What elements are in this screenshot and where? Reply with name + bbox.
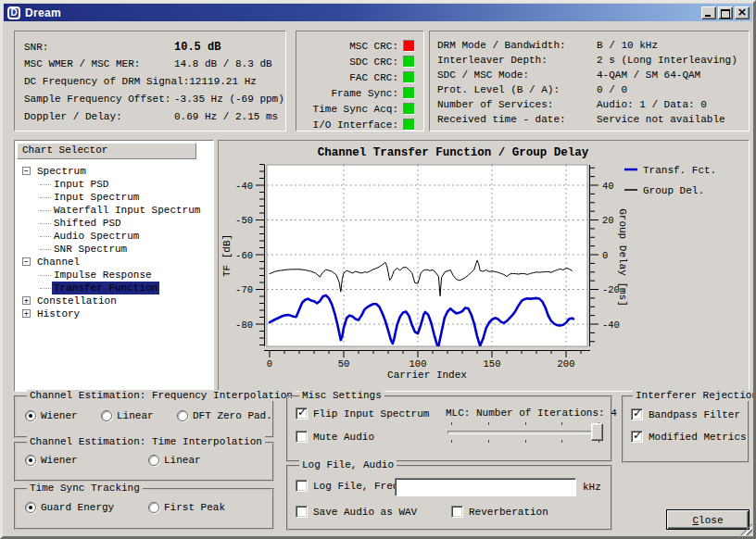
log-frequency-input[interactable]	[395, 478, 576, 496]
checkbox-reverberation[interactable]: Reverberation	[451, 506, 548, 518]
checkbox-icon[interactable]	[451, 506, 463, 518]
tree-item-input-psd[interactable]: Input PSD	[15, 178, 213, 191]
measurement-label: SNR:	[24, 42, 174, 53]
tree-item-snr-spectrum[interactable]: SNR Spectrum	[15, 243, 213, 256]
status-led-red	[403, 40, 415, 52]
measurement-row: MSC WMER / MSC MER:14.8 dB / 8.3 dB	[15, 56, 285, 74]
measurement-row: Sample Frequency Offset:-3.35 Hz (-69 pp…	[15, 92, 285, 109]
svg-text:Group Delay [ms]: Group Delay [ms]	[617, 208, 628, 307]
checkbox-icon[interactable]	[296, 506, 308, 518]
checkbox-flip-input-spectrum[interactable]: Flip Input Spectrum	[296, 407, 429, 420]
mode-info-row: SDC / MSC Mode:4-QAM / SM 64-QAM	[430, 69, 749, 84]
maximize-button[interactable]	[718, 6, 733, 19]
title-bar[interactable]: D Dream	[4, 4, 752, 21]
checkbox-label: Save Audio as WAV	[313, 507, 417, 518]
svg-text:Transf. Fct.: Transf. Fct.	[643, 165, 716, 176]
expand-icon[interactable]: +	[22, 296, 31, 305]
tree-item-waterfall-input-spectrum[interactable]: Waterfall Input Spectrum	[15, 204, 213, 217]
tree-item-impulse-response[interactable]: Impulse Response	[15, 269, 213, 282]
tree-item-label: SNR Spectrum	[52, 243, 129, 256]
radio-button-icon[interactable]	[101, 410, 112, 421]
radio-button-icon[interactable]	[25, 502, 36, 513]
radio-first-peak[interactable]: First Peak	[148, 502, 225, 513]
group-title: Time Sync Tracking	[27, 483, 143, 494]
tree-item-audio-spectrum[interactable]: Audio Spectrum	[15, 230, 213, 243]
mode-info-row: DRM Mode / Bandwidth:B / 10 kHz	[430, 40, 749, 55]
status-label: I/O Interface:	[313, 119, 398, 131]
tree-item-constellation[interactable]: +Constellation	[15, 295, 213, 307]
mode-info-label: Prot. Level (B / A):	[437, 84, 597, 95]
app-icon: D	[7, 6, 20, 19]
radio-button-icon[interactable]	[25, 410, 36, 421]
radio-dft-zero-pad-[interactable]: DFT Zero Pad.	[177, 410, 272, 421]
checkbox-icon[interactable]	[631, 408, 643, 420]
radio-guard-energy[interactable]: Guard Energy	[25, 502, 114, 513]
mode-info-row: Number of Services:Audio: 1 / Data: 0	[430, 99, 749, 114]
checkbox-save-audio-as-wav[interactable]: Save Audio as WAV	[296, 506, 417, 518]
tree-item-history[interactable]: +History	[15, 307, 213, 320]
checkbox-icon[interactable]	[296, 431, 308, 443]
radio-linear[interactable]: Linear	[148, 455, 201, 466]
expand-icon[interactable]: +	[22, 309, 31, 318]
slider-handle[interactable]	[591, 423, 603, 441]
checkbox-mute-audio[interactable]: Mute Audio	[296, 431, 374, 443]
checkbox-log-file-freq-[interactable]: Log File, Freq:	[296, 480, 405, 492]
status-led-green	[403, 103, 415, 115]
checkbox-icon[interactable]	[631, 431, 643, 443]
svg-text:-40: -40	[602, 320, 620, 331]
time-sync-tracking-group: Time Sync Tracking Guard EnergyFirst Pea…	[14, 488, 274, 530]
chart-selector-tree: −SpectrumInput PSDInput SpectrumWaterfal…	[15, 165, 213, 391]
radio-label: Wiener	[41, 455, 78, 466]
radio-label: Guard Energy	[41, 502, 114, 513]
checkbox-label: Flip Input Spectrum	[313, 408, 429, 420]
close-window-button[interactable]	[735, 6, 750, 19]
svg-text:20: 20	[602, 215, 614, 226]
checkbox-label: Modified Metrics	[649, 432, 747, 443]
radio-wiener[interactable]: Wiener	[25, 410, 78, 421]
mode-info-label: SDC / MSC Mode:	[437, 69, 597, 81]
close-button[interactable]: Close	[666, 509, 750, 530]
status-row: Time Sync Acq:	[296, 101, 423, 117]
radio-linear[interactable]: Linear	[101, 410, 154, 421]
misc-settings-group: Misc Settings Flip Input SpectrumMute Au…	[286, 395, 612, 462]
checkbox-bandpass-filter[interactable]: Bandpass Filter	[631, 408, 740, 420]
mode-info-label: Interleaver Depth:	[437, 55, 597, 66]
drm-mode-panel: DRM Mode / Bandwidth:B / 10 kHzInterleav…	[429, 31, 750, 132]
radio-button-icon[interactable]	[177, 410, 188, 421]
status-row: MSC CRC:	[296, 38, 423, 54]
radio-button-icon[interactable]	[148, 455, 159, 466]
checkbox-label: Bandpass Filter	[649, 409, 740, 420]
svg-text:200: 200	[558, 358, 575, 370]
checkbox-modified-metrics[interactable]: Modified Metrics	[631, 431, 747, 443]
group-title: Log File, Audio	[299, 459, 397, 470]
mode-info-label: Number of Services:	[437, 99, 597, 110]
tree-item-input-spectrum[interactable]: Input Spectrum	[15, 191, 213, 204]
collapse-icon[interactable]: −	[22, 257, 31, 266]
radio-wiener[interactable]: Wiener	[25, 455, 78, 466]
tree-item-label: Input Spectrum	[52, 191, 141, 204]
group-title: Misc Settings	[299, 390, 384, 401]
interferer-rejection-group: Interferer Rejection Bandpass FilterModi…	[622, 395, 750, 463]
mode-info-value: Audio: 1 / Data: 0	[597, 99, 707, 110]
mode-info-row: Received time - date:Service not availab…	[430, 114, 749, 129]
minimize-button[interactable]	[701, 6, 716, 19]
measurement-label: Doppler / Delay:	[24, 111, 174, 122]
svg-text:-70: -70	[235, 284, 253, 295]
mlc-iterations-slider[interactable]	[447, 423, 603, 441]
checkbox-icon[interactable]	[296, 407, 308, 420]
tree-item-transfer-function[interactable]: Transfer Function	[15, 282, 213, 295]
svg-text:0: 0	[267, 358, 272, 370]
measurement-row: Doppler / Delay:0.69 Hz / 2.15 ms	[15, 109, 285, 127]
collapse-icon[interactable]: −	[22, 167, 31, 175]
measurement-label: DC Frequency of DRM Signal:	[24, 76, 189, 87]
chart-selector-header[interactable]: Chart Selector	[17, 143, 196, 159]
svg-text:TF [dB]: TF [dB]	[221, 234, 233, 277]
tree-item-shifted-psd[interactable]: Shifted PSD	[15, 217, 213, 230]
radio-button-icon[interactable]	[148, 502, 159, 513]
tree-item-channel[interactable]: −Channel	[15, 256, 213, 269]
checkbox-icon[interactable]	[296, 480, 308, 492]
dream-window: D Dream SNR:10.5 dBMSC WMER / MSC MER:14…	[0, 0, 756, 539]
window-title: Dream	[25, 6, 61, 19]
tree-item-spectrum[interactable]: −Spectrum	[15, 165, 213, 178]
radio-button-icon[interactable]	[25, 455, 36, 466]
